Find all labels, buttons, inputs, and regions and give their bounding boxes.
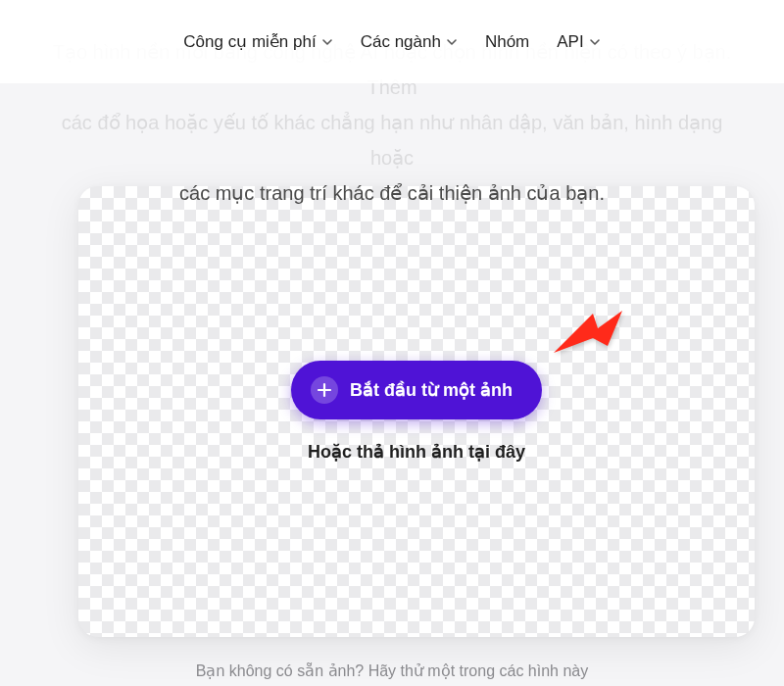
chevron-down-icon (321, 36, 333, 48)
nav-label: API (557, 32, 583, 52)
svg-marker-0 (554, 311, 622, 353)
nav-label: Công cụ miễn phí (183, 31, 316, 52)
nav-item-free-tools[interactable]: Công cụ miễn phí (183, 31, 332, 52)
upload-dropzone[interactable]: Bắt đầu từ một ảnh Hoặc thả hình ảnh tại… (78, 186, 755, 637)
hero-line-3: các mục trang trí khác để cải thiện ảnh … (179, 182, 605, 204)
nav-item-team[interactable]: Nhóm (485, 32, 529, 52)
instruction-arrow-icon (549, 299, 627, 371)
plus-icon (311, 376, 338, 404)
hero-line-2: các đổ họa hoặc yếu tố khác chẳng hạn nh… (62, 112, 723, 169)
top-nav: Công cụ miễn phí Các ngành Nhóm API (0, 0, 784, 83)
no-image-prompt: Bạn không có sẵn ảnh? Hãy thử một trong … (0, 662, 784, 680)
drop-hint-label: Hoặc thả hình ảnh tại đây (308, 441, 525, 463)
upload-button-label: Bắt đầu từ một ảnh (350, 379, 513, 401)
nav-label: Các ngành (361, 32, 441, 52)
start-from-image-button[interactable]: Bắt đầu từ một ảnh (291, 361, 542, 419)
chevron-down-icon (446, 36, 458, 48)
chevron-down-icon (589, 36, 601, 48)
nav-item-api[interactable]: API (557, 32, 600, 52)
nav-label: Nhóm (485, 32, 529, 52)
nav-item-industries[interactable]: Các ngành (361, 32, 458, 52)
